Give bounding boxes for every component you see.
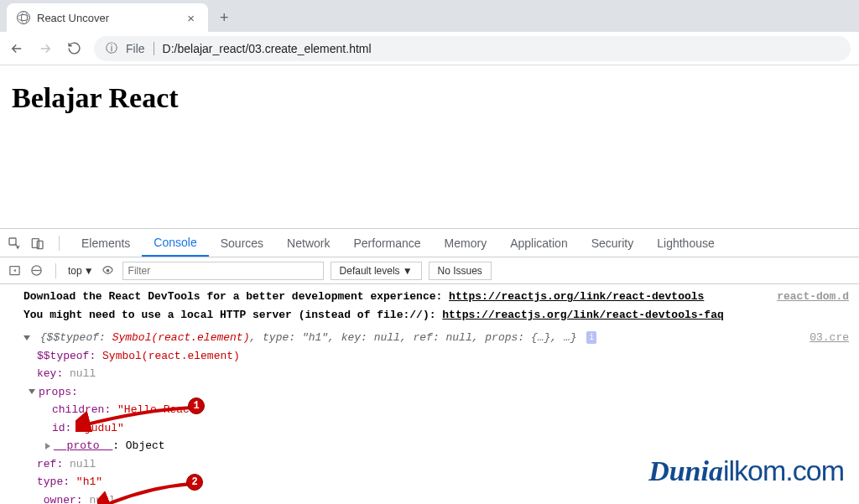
- reload-button[interactable]: [65, 40, 82, 57]
- clear-console-icon[interactable]: [29, 263, 44, 278]
- tab-console[interactable]: Console: [142, 229, 208, 257]
- divider: [154, 42, 154, 55]
- console-message: You might need to use a local HTTP serve…: [0, 306, 859, 325]
- expand-toggle-icon[interactable]: [45, 443, 50, 449]
- expand-toggle-icon[interactable]: [29, 389, 35, 394]
- link[interactable]: https://reactjs.org/link/react-devtools-…: [442, 309, 723, 321]
- globe-icon: [17, 11, 30, 24]
- console-object-summary[interactable]: {$$typeof: Symbol(react.element), type: …: [0, 329, 859, 347]
- url-scheme: File: [126, 42, 145, 55]
- tab-title: React Uncover: [37, 12, 177, 24]
- source-link[interactable]: react-dom.d: [777, 288, 849, 305]
- expand-toggle-icon[interactable]: [23, 335, 30, 340]
- object-property[interactable]: key: null: [0, 365, 859, 383]
- close-tab-button[interactable]: ×: [184, 9, 198, 27]
- tab-lighthouse[interactable]: Lighthouse: [645, 229, 726, 257]
- tab-security[interactable]: Security: [580, 229, 646, 257]
- page-content: Belajar React: [0, 65, 859, 131]
- log-levels-selector[interactable]: Default levels ▼: [331, 262, 422, 280]
- page-heading: Belajar React: [12, 82, 847, 114]
- object-property[interactable]: ref: null: [0, 455, 859, 474]
- devtools-panel: Elements Console Sources Network Perform…: [0, 228, 859, 504]
- object-property[interactable]: $$typeof: Symbol(react.element): [0, 347, 859, 366]
- object-property[interactable]: _owner: null: [0, 491, 859, 505]
- devtools-tab-bar: Elements Console Sources Network Perform…: [0, 229, 859, 257]
- issues-button[interactable]: No Issues: [429, 262, 492, 280]
- browser-tab-strip: React Uncover × +: [0, 0, 859, 32]
- object-property[interactable]: children: "Hello React": [0, 401, 859, 419]
- url-input[interactable]: [163, 42, 839, 55]
- tab-network[interactable]: Network: [275, 229, 341, 257]
- svg-rect-1: [32, 238, 39, 247]
- console-output: Download the React DevTools for a better…: [0, 284, 859, 504]
- object-property[interactable]: id: "judul": [0, 419, 859, 438]
- link[interactable]: https://reactjs.org/link/react-devtools: [449, 290, 704, 303]
- tab-memory[interactable]: Memory: [433, 229, 499, 257]
- inspect-icon[interactable]: [7, 236, 22, 251]
- browser-tab[interactable]: React Uncover ×: [7, 3, 208, 32]
- divider: [59, 236, 60, 251]
- tab-elements[interactable]: Elements: [70, 229, 142, 257]
- object-property-type[interactable]: type: "h1": [0, 473, 859, 491]
- info-badge-icon[interactable]: i: [586, 331, 596, 344]
- divider: [55, 263, 56, 278]
- object-property-props[interactable]: props:: [0, 383, 859, 402]
- devtools-corner-controls: [7, 236, 70, 251]
- sidebar-toggle-icon[interactable]: [7, 263, 22, 278]
- console-message: Download the React DevTools for a better…: [0, 288, 859, 306]
- filter-input[interactable]: [122, 262, 324, 280]
- svg-point-5: [107, 269, 110, 273]
- device-toggle-icon[interactable]: [30, 236, 45, 251]
- info-icon: ⓘ: [106, 41, 117, 56]
- new-tab-button[interactable]: +: [208, 3, 241, 32]
- console-filter-bar: top ▼ Default levels ▼ No Issues: [0, 257, 859, 284]
- tab-application[interactable]: Application: [498, 229, 580, 257]
- context-selector[interactable]: top ▼: [68, 265, 94, 277]
- address-bar[interactable]: ⓘ File: [94, 36, 851, 61]
- object-property[interactable]: __proto__: Object: [0, 437, 859, 455]
- source-link[interactable]: 03.cre: [810, 330, 849, 346]
- annotation-badge-2: 2: [186, 474, 203, 491]
- browser-toolbar: ⓘ File: [0, 32, 859, 65]
- live-expression-icon[interactable]: [101, 263, 116, 278]
- forward-button[interactable]: [37, 40, 54, 57]
- tab-performance[interactable]: Performance: [341, 229, 432, 257]
- annotation-badge-1: 1: [188, 397, 205, 414]
- back-button[interactable]: [8, 40, 25, 57]
- tab-sources[interactable]: Sources: [209, 229, 275, 257]
